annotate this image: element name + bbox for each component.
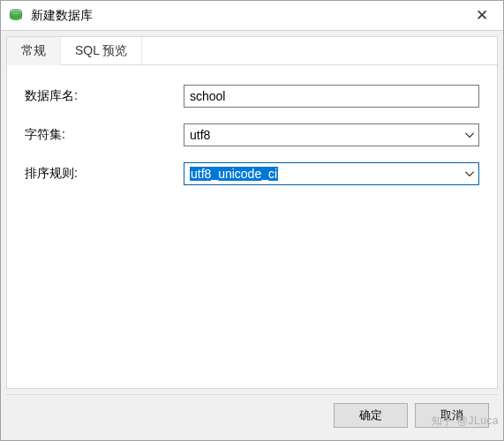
row-db-name: 数据库名: (25, 85, 479, 108)
window-title: 新建数据库 (31, 8, 462, 24)
form-area: 数据库名: 字符集: utf8 排序规则: utf8 (7, 65, 497, 388)
db-name-label: 数据库名: (25, 88, 184, 104)
tab-sql-preview[interactable]: SQL 预览 (61, 37, 142, 64)
collation-value: utf8_unicode_ci (190, 167, 278, 181)
tab-label: 常规 (21, 43, 46, 59)
collation-select-wrap: utf8_unicode_ci (184, 162, 479, 185)
tab-label: SQL 预览 (75, 43, 127, 59)
charset-select-wrap: utf8 (184, 123, 479, 146)
titlebar: 新建数据库 ✕ (1, 1, 503, 31)
close-button[interactable]: ✕ (462, 2, 501, 30)
svg-point-1 (10, 9, 22, 14)
dialog-window: 新建数据库 ✕ 常规 SQL 预览 数据库名: 字符集: utf8 (0, 0, 504, 441)
database-icon (8, 8, 24, 24)
row-collation: 排序规则: utf8_unicode_ci (25, 162, 479, 185)
ok-button[interactable]: 确定 (334, 403, 408, 428)
charset-value: utf8 (190, 128, 210, 142)
tab-bar: 常规 SQL 预览 (7, 37, 497, 65)
charset-label: 字符集: (25, 127, 184, 143)
content-area: 常规 SQL 预览 数据库名: 字符集: utf8 (6, 36, 498, 389)
dialog-footer: 确定 取消 (6, 394, 498, 435)
tab-general[interactable]: 常规 (7, 37, 61, 65)
close-icon: ✕ (476, 6, 488, 25)
collation-label: 排序规则: (25, 166, 184, 182)
row-charset: 字符集: utf8 (25, 123, 479, 146)
cancel-button[interactable]: 取消 (415, 403, 489, 428)
collation-select[interactable]: utf8_unicode_ci (184, 162, 479, 185)
charset-select[interactable]: utf8 (184, 123, 479, 146)
db-name-input[interactable] (184, 85, 479, 108)
